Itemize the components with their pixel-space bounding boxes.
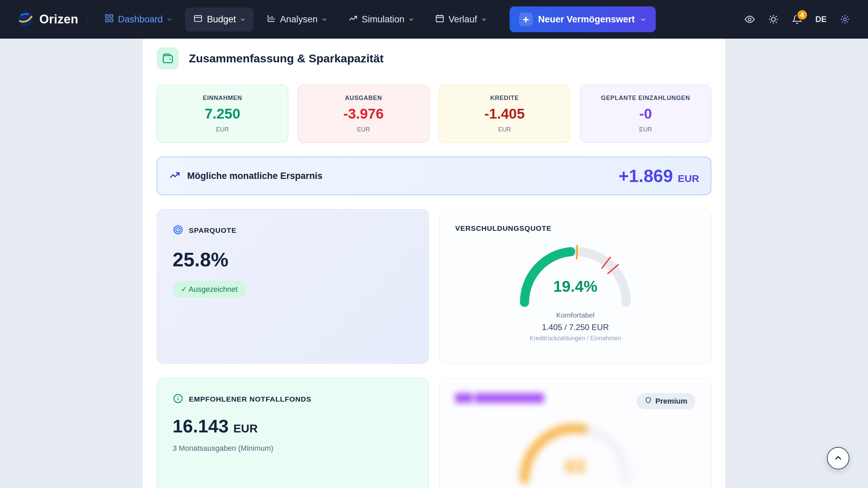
main-nav: Dashboard Budget Analysen <box>96 7 495 32</box>
nav-item-label: Verlauf <box>449 14 477 25</box>
trending-up-icon <box>169 169 180 182</box>
chevron-down-icon <box>640 16 646 22</box>
wallet-icon <box>157 47 179 69</box>
chevron-down-icon <box>240 17 245 22</box>
notfallfonds-card: EMPFOHLENER NOTFALLFONDS 16.143EUR 3 Mon… <box>157 378 429 488</box>
trending-up-icon <box>348 14 358 25</box>
savings-banner-value: +1.869 <box>618 166 673 186</box>
premium-locked-card: ███ ████████████ Premium 63 <box>439 378 712 488</box>
nav-divider <box>87 12 87 27</box>
top-nav: Orizen Dashboard B <box>0 0 868 39</box>
stat-cards: EINNAHMEN 7.250 EUR AUSGABEN -3.976 EUR … <box>157 85 711 143</box>
stat-currency: EUR <box>216 126 229 133</box>
theme-sun-icon[interactable] <box>768 14 779 25</box>
sparquote-label: SPARQUOTE <box>189 226 236 235</box>
stat-card-ausgaben: AUSGABEN -3.976 EUR <box>298 85 429 143</box>
premium-blurred-title: ███ ████████████ <box>455 393 544 403</box>
debt-gauge-value: 19.4% <box>511 277 640 296</box>
stat-value: -3.976 <box>343 106 383 122</box>
stat-label: EINNAHMEN <box>203 95 242 102</box>
nav-item-label: Budget <box>207 14 236 25</box>
nav-item-simulation[interactable]: Simulation <box>340 7 422 32</box>
notifications-bell-icon[interactable]: 4 <box>792 14 803 25</box>
new-asset-label: Neuer Vermögenswert <box>538 14 635 25</box>
scroll-to-top-button[interactable] <box>827 447 849 469</box>
nav-item-budget[interactable]: Budget <box>185 7 254 32</box>
nav-item-label: Dashboard <box>118 14 163 25</box>
notfallfonds-currency: EUR <box>233 422 258 435</box>
premium-badge-label: Premium <box>655 397 687 406</box>
brand-logo-icon <box>18 11 33 28</box>
sparquote-status-badge: ✓ Ausgezeichnet <box>173 281 246 298</box>
shield-icon <box>645 396 652 406</box>
brand[interactable]: Orizen <box>18 11 78 28</box>
info-icon <box>173 393 183 405</box>
notfallfonds-label: EMPFOHLENER NOTFALLFONDS <box>189 395 311 403</box>
premium-blurred-gauge: 63 <box>511 414 640 487</box>
chevron-down-icon <box>322 17 327 22</box>
brand-name: Orizen <box>39 12 78 26</box>
debt-detail: 1.405 / 7.250 EUR <box>455 323 696 332</box>
chevron-up-icon <box>833 453 843 463</box>
page-header: Zusammenfassung & Sparkapazität <box>157 47 711 69</box>
chevron-down-icon <box>167 17 172 22</box>
stat-value: -0 <box>639 106 652 122</box>
page-title: Zusammenfassung & Sparkapazität <box>189 52 383 65</box>
chevron-down-icon <box>409 17 414 22</box>
nav-item-analysen[interactable]: Analysen <box>258 7 335 32</box>
debt-status: Komfortabel <box>455 311 696 319</box>
chevron-down-icon <box>481 17 487 22</box>
savings-banner-currency: EUR <box>678 173 699 184</box>
stat-value: 7.250 <box>204 106 240 122</box>
budget-wallet-icon <box>193 14 203 25</box>
stat-label: KREDITE <box>490 95 519 102</box>
settings-gear-icon[interactable] <box>840 14 850 25</box>
verschuldungsquote-label: VERSCHULDUNGSQUOTE <box>455 224 552 232</box>
sparquote-card: SPARQUOTE 25.8% ✓ Ausgezeichnet <box>157 209 429 364</box>
stat-label: AUSGABEN <box>345 95 382 102</box>
stat-label: GEPLANTE EINZAHLUNGEN <box>601 95 690 102</box>
calendar-icon <box>435 14 445 25</box>
budget-summary-panel: Zusammenfassung & Sparkapazität EINNAHME… <box>143 39 725 488</box>
notification-count-badge: 4 <box>796 9 808 21</box>
debt-gauge: 19.4% <box>511 237 640 310</box>
privacy-eye-icon[interactable] <box>744 14 755 25</box>
notfallfonds-note: 3 Monatsausgaben (Minimum) <box>173 444 413 453</box>
new-asset-button[interactable]: + Neuer Vermögenswert <box>510 6 656 32</box>
dashboard-grid-icon <box>104 14 114 25</box>
stat-currency: EUR <box>357 126 370 133</box>
stat-value: -1.405 <box>484 106 525 122</box>
nav-item-label: Simulation <box>362 14 405 25</box>
stat-currency: EUR <box>498 126 511 133</box>
notfallfonds-value: 16.143 <box>173 416 229 436</box>
verschuldungsquote-card: VERSCHULDUNGSQUOTE 19.4% Komfortabel 1.4… <box>439 209 712 364</box>
plus-icon: + <box>519 13 533 26</box>
debt-subdetail: Kreditrückzahlungen / Einnahmen <box>455 335 696 342</box>
nav-item-dashboard[interactable]: Dashboard <box>96 7 180 32</box>
nav-item-verlauf[interactable]: Verlauf <box>427 7 495 32</box>
target-icon <box>173 224 183 237</box>
premium-blurred-value: 63 <box>511 455 640 476</box>
stat-card-kredite: KREDITE -1.405 EUR <box>439 85 570 143</box>
stat-card-einnahmen: EINNAHMEN 7.250 EUR <box>157 85 288 143</box>
savings-banner: Mögliche monatliche Ersparnis +1.869EUR <box>157 157 711 195</box>
stat-card-geplante-einzahlungen: GEPLANTE EINZAHLUNGEN -0 EUR <box>580 85 711 143</box>
nav-item-label: Analysen <box>280 14 318 25</box>
premium-badge: Premium <box>636 393 695 409</box>
bar-chart-icon <box>267 14 276 25</box>
sparquote-value: 25.8% <box>173 248 413 271</box>
locale-switcher[interactable]: DE <box>815 15 827 24</box>
stat-currency: EUR <box>639 126 652 133</box>
savings-banner-label: Mögliche monatliche Ersparnis <box>187 171 322 181</box>
